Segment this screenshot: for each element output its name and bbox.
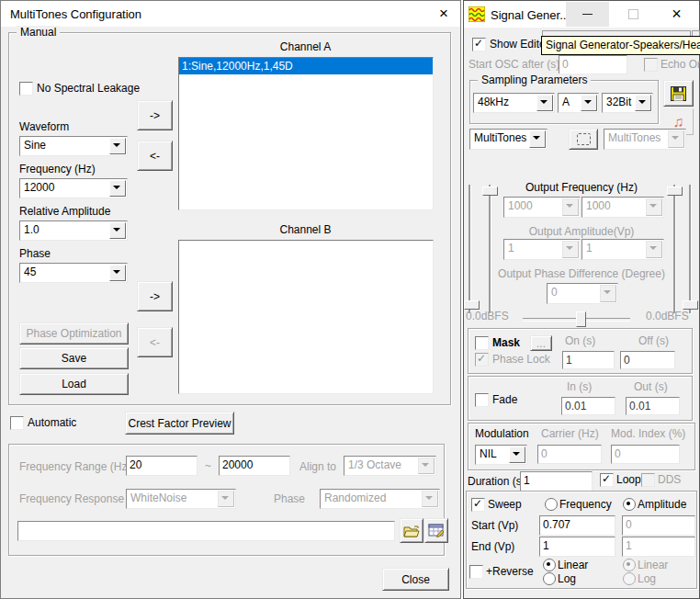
open-file-button[interactable] <box>400 518 423 543</box>
volume-slider-track-right-outer[interactable] <box>689 185 691 313</box>
sweep-start-a-field[interactable]: 0.707 <box>539 515 615 536</box>
automatic-checkbox[interactable] <box>10 416 24 430</box>
frequency-label: Frequency (Hz) <box>19 164 96 175</box>
modulation-combobox[interactable]: NIL <box>475 445 527 465</box>
reverse-checkbox[interactable] <box>469 565 483 579</box>
wave-type-b-combobox[interactable]: MultiTones <box>604 129 686 150</box>
mask-checkbox[interactable] <box>475 336 489 350</box>
relative-amplitude-combobox[interactable]: 1.0 <box>19 220 128 241</box>
dropdown-arrow-icon[interactable] <box>109 265 126 281</box>
manual-group-label: Manual <box>17 26 60 40</box>
mask-config-button[interactable]: ... <box>530 335 552 351</box>
dds-checkbox[interactable] <box>641 473 655 487</box>
output-frequency-a-combobox[interactable]: 1000 <box>503 197 581 218</box>
linear-b-radio[interactable] <box>623 559 636 571</box>
channel-combobox[interactable]: A <box>558 93 599 113</box>
dropdown-arrow-icon <box>646 198 662 216</box>
bit-depth-value: 32Bit <box>606 96 636 109</box>
wave-config-button[interactable] <box>569 129 598 150</box>
wave-type-combobox[interactable]: MultiTones <box>469 129 548 150</box>
log-b-radio[interactable] <box>623 572 636 585</box>
dropdown-arrow-icon[interactable] <box>109 222 126 239</box>
fade-out-field[interactable]: 0.01 <box>626 397 680 415</box>
add-to-channel-b-button[interactable]: -> <box>137 281 173 311</box>
volume-slider-thumb-right-inner[interactable] <box>667 186 683 196</box>
fade-checkbox[interactable] <box>475 393 489 407</box>
channel-a-list[interactable]: 1:Sine,12000Hz,1,45D <box>178 57 434 210</box>
add-to-channel-a-button[interactable]: -> <box>137 100 173 130</box>
balance-slider-thumb[interactable] <box>576 311 586 327</box>
close-button[interactable]: Close <box>382 568 449 591</box>
phase-difference-combobox[interactable]: 0 <box>547 283 618 304</box>
output-amplitude-b-combobox[interactable]: 1 <box>581 239 664 260</box>
show-editor-checkbox[interactable] <box>472 38 486 51</box>
volume-slider-thumb-left-outer[interactable] <box>464 300 480 310</box>
save-settings-button[interactable] <box>663 80 694 107</box>
sweep-frequency-radio[interactable] <box>545 498 558 511</box>
dropdown-arrow-icon[interactable] <box>635 95 651 111</box>
minimize-button[interactable] <box>566 2 609 27</box>
mask-off-field[interactable]: 0 <box>620 351 675 369</box>
edit-table-button[interactable] <box>424 518 448 543</box>
volume-slider-thumb-left-inner[interactable] <box>482 186 498 196</box>
duration-field[interactable]: 1 <box>520 471 593 492</box>
linear-a-radio[interactable] <box>543 559 556 571</box>
frequency-range-label: Frequency Range (Hz) <box>19 461 130 473</box>
save-button[interactable]: Save <box>19 347 129 369</box>
phase-combobox[interactable]: 45 <box>19 263 128 283</box>
align-to-combobox[interactable]: 1/3 Octave <box>344 456 436 476</box>
dropdown-arrow-icon[interactable] <box>109 138 126 154</box>
crest-factor-preview-button[interactable]: Crest Factor Preview <box>125 412 234 435</box>
remove-from-channel-a-button[interactable]: <- <box>137 141 173 171</box>
frequency-range-max-field[interactable]: 20000 <box>219 456 290 476</box>
mod-index-field[interactable]: 0 <box>611 445 680 464</box>
dropdown-arrow-icon[interactable] <box>109 180 126 197</box>
remove-from-channel-b-button[interactable]: <- <box>137 327 173 357</box>
dropdown-arrow-icon[interactable] <box>581 95 597 111</box>
volume-slider-track-right-inner[interactable] <box>673 185 675 313</box>
frequency-response-combobox[interactable]: WhiteNoise <box>126 489 236 509</box>
sweep-label: Sweep <box>488 499 522 511</box>
volume-slider-thumb-right-outer[interactable] <box>683 300 698 310</box>
fade-in-field[interactable]: 0.01 <box>561 397 615 415</box>
carrier-field[interactable]: 0 <box>537 445 602 464</box>
phase-optimization-button[interactable]: Phase Optimization <box>19 322 129 345</box>
device-tooltip: Signal Generator-Speakers/Hea <box>541 36 700 55</box>
sweep-end-b-field[interactable]: 1 <box>622 537 695 557</box>
channel-b-list[interactable] <box>178 240 434 394</box>
file-path-field[interactable] <box>17 521 395 541</box>
bit-depth-combobox[interactable]: 32Bit <box>602 93 653 113</box>
channel-a-list-item[interactable]: 1:Sine,12000Hz,1,45D <box>179 58 433 74</box>
sweep-amplitude-radio[interactable] <box>623 498 636 511</box>
dropdown-arrow-icon[interactable] <box>529 130 546 148</box>
sweep-checkbox[interactable] <box>471 498 485 512</box>
sample-rate-combobox[interactable]: 48kHz <box>473 93 555 113</box>
sweep-start-b-field[interactable]: 0 <box>622 515 695 536</box>
start-osc-field[interactable]: 0 <box>559 55 627 74</box>
sweep-amplitude-label: Amplitude <box>638 499 686 511</box>
mask-on-field[interactable]: 1 <box>562 351 615 369</box>
auto-phase-combobox[interactable]: Randomized <box>320 489 440 509</box>
frequency-combobox[interactable]: 12000 <box>19 178 128 198</box>
phase-lock-checkbox[interactable] <box>475 353 489 367</box>
dropdown-arrow-icon[interactable] <box>509 446 525 463</box>
loop-checkbox[interactable] <box>600 473 614 487</box>
sweep-end-a-field[interactable]: 1 <box>539 537 615 557</box>
automatic-label: Automatic <box>28 417 76 429</box>
frequency-range-min-field[interactable]: 20 <box>126 456 198 476</box>
echo-only-checkbox[interactable] <box>644 58 658 72</box>
multitones-titlebar: MultiTones Configuration × <box>1 1 460 27</box>
output-amplitude-a-combobox[interactable]: 1 <box>503 239 581 260</box>
close-window-button[interactable]: × <box>656 2 697 27</box>
volume-slider-track-left-outer[interactable] <box>469 185 470 313</box>
dropdown-arrow-icon[interactable] <box>536 95 553 111</box>
no-spectral-leakage-checkbox[interactable] <box>19 82 33 96</box>
dbfs-right-label: 0.0dBFS <box>646 311 689 322</box>
volume-slider-track-left-inner[interactable] <box>489 185 491 313</box>
multitones-close-button[interactable]: × <box>431 3 457 25</box>
output-frequency-b-combobox[interactable]: 1000 <box>581 197 664 218</box>
log-a-radio[interactable] <box>543 572 556 585</box>
load-button[interactable]: Load <box>19 373 129 395</box>
waveform-combobox[interactable]: Sine <box>19 136 128 156</box>
maximize-button[interactable] <box>613 2 654 27</box>
